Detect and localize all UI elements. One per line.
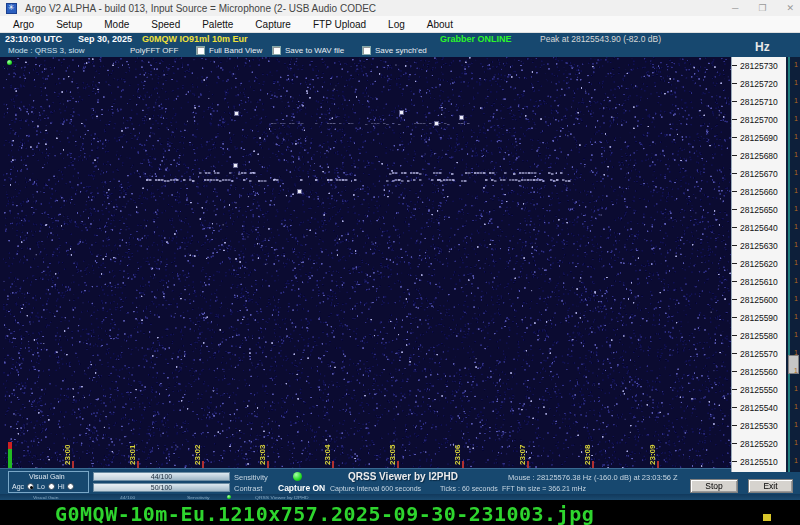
mouse-readout: Mouse : 28125576.38 Hz (-160.0 dB) at 23…	[508, 473, 678, 482]
waterfall-overlay: 23:0023:0123:0223:0323:0423:0523:0623:07…	[3, 57, 731, 468]
argo-window: Argo V2 ALPHA - build 013, Input Source …	[0, 0, 800, 525]
freq-tick	[732, 155, 737, 156]
freq-label: 28125540	[740, 403, 778, 413]
freq-fragment: 1	[794, 151, 798, 158]
freq-tick	[732, 83, 737, 84]
menu-item-argo[interactable]: Argo	[2, 19, 45, 30]
time-tick	[462, 461, 464, 468]
close-icon[interactable]: ✕	[786, 3, 794, 13]
freq-fragment: 1	[794, 133, 798, 140]
menu-item-setup[interactable]: Setup	[45, 19, 93, 30]
freq-tick	[732, 119, 737, 120]
sensitivity-slider[interactable]: 44/100	[93, 472, 230, 481]
freq-fragment: 1	[794, 79, 798, 86]
radio-lo[interactable]	[48, 483, 55, 490]
freq-tick	[732, 263, 737, 264]
freq-fragment: 1	[794, 457, 798, 464]
checkbox-save-synch-ed[interactable]: Save synch'ed	[362, 46, 427, 55]
freq-label: 28125690	[740, 133, 778, 143]
app-credit-label: QRSS Viewer by I2PHD	[348, 471, 458, 482]
contrast-label: Contrast	[234, 484, 262, 493]
right-edge-strip: 11111111111111111111111	[786, 57, 800, 472]
checkbox-label: Save to WAV file	[285, 46, 344, 55]
time-label: 23:09	[649, 441, 657, 465]
maximize-icon[interactable]: ❐	[758, 3, 766, 13]
freq-tick	[732, 281, 737, 282]
artifact-led-icon	[227, 495, 231, 499]
fft-bin-label: FFT bin size = 366.21 mHz	[502, 485, 586, 492]
time-label: 23:01	[129, 441, 137, 465]
freq-fragment: 1	[794, 187, 798, 194]
capture-led-icon	[293, 472, 302, 481]
freq-label: 28125530	[740, 421, 778, 431]
polyfft-label[interactable]: PolyFFT OFF	[130, 46, 178, 55]
mode-bar: Mode : QRSS 3, slow PolyFFT OFF Full Ban…	[0, 46, 800, 57]
window-title: Argo V2 ALPHA - build 013, Input Source …	[25, 3, 376, 14]
freq-tick	[732, 299, 737, 300]
freq-label: 28125580	[740, 331, 778, 341]
utc-clock: 23:10:00 UTC	[5, 34, 62, 44]
time-tick	[527, 461, 529, 468]
freq-tick	[732, 65, 737, 66]
freq-tick	[732, 317, 737, 318]
freq-label: 28125730	[740, 61, 778, 71]
freq-label: 28125510	[740, 457, 778, 467]
radio-label-agc: Agc	[12, 483, 24, 490]
freq-fragment: 1	[794, 223, 798, 230]
exit-button[interactable]: Exit	[748, 479, 793, 493]
ticks-label: Ticks : 60 seconds	[440, 485, 498, 492]
menu-item-capture[interactable]: Capture	[244, 19, 302, 30]
grabber-status: Grabber ONLINE	[440, 34, 512, 44]
freq-label: 28125550	[740, 385, 778, 395]
checkbox-box[interactable]	[362, 46, 371, 55]
capture-state[interactable]: Capture ON	[278, 483, 325, 493]
visual-gain-panel: Visual Gain AgcLoHi	[8, 471, 89, 493]
freq-fragment: 1	[794, 115, 798, 122]
freq-fragment: 1	[794, 97, 798, 104]
freq-label: 28125680	[740, 151, 778, 161]
menu-item-mode[interactable]: Mode	[93, 19, 140, 30]
mode-label: Mode : QRSS 3, slow	[8, 46, 84, 55]
time-tick	[592, 461, 594, 468]
checkbox-box[interactable]	[196, 46, 205, 55]
radio-agc[interactable]	[27, 483, 34, 490]
freq-tick	[732, 173, 737, 174]
stop-button[interactable]: Stop	[690, 479, 738, 493]
freq-tick	[732, 335, 737, 336]
freq-fragment: 1	[794, 277, 798, 284]
time-label: 23:04	[324, 441, 332, 465]
freq-tick	[732, 209, 737, 210]
time-label: 23:03	[259, 441, 267, 465]
freq-label: 28125610	[740, 277, 778, 287]
freq-fragment: 1	[794, 421, 798, 428]
checkbox-full-band-view[interactable]: Full Band View	[196, 46, 262, 55]
freq-fragment: 1	[794, 367, 798, 374]
time-tick	[267, 461, 269, 468]
menu-item-about[interactable]: About	[416, 19, 464, 30]
app-icon	[6, 3, 17, 14]
checkbox-box[interactable]	[272, 46, 281, 55]
control-bar: Visual Gain AgcLoHi 44/100 50/100 Sensit…	[0, 468, 800, 494]
time-tick	[332, 461, 334, 468]
freq-fragment: 1	[794, 259, 798, 266]
frequency-scale: 2812573028125720281257102812570028125690…	[731, 57, 786, 472]
time-tick	[137, 461, 139, 468]
capture-interval-label: Capture interval 600 seconds	[330, 485, 421, 492]
freq-label: 28125600	[740, 295, 778, 305]
sync-led-icon	[7, 60, 12, 65]
freq-fragment: 1	[794, 349, 798, 356]
radio-hi[interactable]	[67, 483, 74, 490]
caption-bar: G0MQW-10m-Eu.1210x757.2025-09-30-231003.…	[0, 500, 800, 525]
contrast-value: 50/100	[94, 484, 229, 492]
peak-readout: Peak at 28125543.90 (-82.0 dB)	[540, 34, 661, 44]
menu-item-palette[interactable]: Palette	[191, 19, 244, 30]
contrast-slider[interactable]: 50/100	[93, 483, 230, 492]
checkbox-save-to-wav-file[interactable]: Save to WAV file	[272, 46, 344, 55]
time-tick	[657, 461, 659, 468]
minimize-icon[interactable]: ─	[732, 3, 738, 13]
menu-item-ftp-upload[interactable]: FTP Upload	[302, 19, 377, 30]
menu-item-speed[interactable]: Speed	[140, 19, 191, 30]
freq-label: 28125720	[740, 79, 778, 89]
menu-item-log[interactable]: Log	[377, 19, 416, 30]
input-level-meter	[8, 442, 12, 468]
